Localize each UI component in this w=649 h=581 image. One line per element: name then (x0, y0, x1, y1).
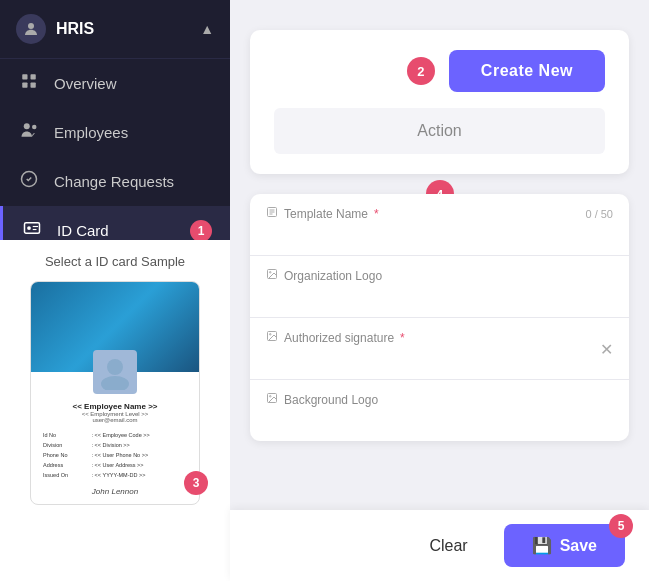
app-title: HRIS (56, 20, 94, 38)
template-name-icon (266, 206, 278, 221)
svg-point-20 (270, 272, 272, 274)
svg-point-6 (32, 125, 37, 130)
bg-logo-label: Background Logo (266, 392, 613, 407)
change-requests-icon (18, 170, 40, 193)
badge-3: 3 (184, 471, 208, 495)
id-card-sample-wrapper[interactable]: << Employee Name >> << Employment Level … (30, 281, 200, 505)
form-card-wrapper: 4 Template Name * 0 / 50 (230, 194, 649, 441)
template-name-counter: 0 / 50 (585, 208, 613, 220)
org-logo-input[interactable] (266, 289, 613, 304)
top-card: 2 Create New Action (250, 30, 629, 174)
sidebar-item-overview-label: Overview (54, 75, 117, 92)
table-row: Issued On: << YYYY-MM-DD >> (41, 471, 189, 479)
svg-rect-3 (22, 83, 27, 88)
id-card-top-banner (31, 282, 199, 372)
action-label: Action (417, 122, 461, 139)
table-row: Phone No: << User Phone No >> (41, 451, 189, 459)
id-card-sample: << Employee Name >> << Employment Level … (30, 281, 200, 505)
sidebar: HRIS ▲ Overview Employees Change Request… (0, 0, 230, 581)
template-name-field: Template Name * 0 / 50 (250, 194, 629, 256)
badge-2: 2 (407, 57, 435, 85)
id-card-avatar (93, 350, 137, 394)
bg-logo-input[interactable] (266, 413, 613, 428)
employees-icon (18, 121, 40, 144)
overview-icon (18, 72, 40, 95)
svg-point-14 (101, 376, 129, 390)
svg-point-9 (27, 226, 31, 230)
select-id-card-label: Select a ID card Sample (16, 254, 214, 269)
id-card-icon (21, 219, 43, 242)
bg-logo-field: Background Logo (250, 380, 629, 441)
svg-rect-8 (25, 223, 40, 234)
org-logo-icon (266, 268, 278, 283)
svg-rect-2 (31, 74, 36, 79)
save-icon: 💾 (532, 536, 552, 555)
chevron-up-icon: ▲ (200, 21, 214, 37)
id-card-badge: 1 (190, 220, 212, 242)
save-button[interactable]: 💾 Save (504, 524, 625, 567)
sidebar-item-overview[interactable]: Overview (0, 59, 230, 108)
auth-signature-label: Authorized signature * (266, 330, 613, 345)
hris-avatar (16, 14, 46, 44)
svg-rect-1 (22, 74, 27, 79)
svg-point-13 (107, 359, 123, 375)
svg-point-5 (24, 123, 30, 129)
table-row: Division: << Division >> (41, 441, 189, 449)
save-label: Save (560, 537, 597, 555)
id-card-panel: Select a ID card Sample << Employee Name… (0, 240, 230, 581)
create-new-row: 2 Create New (274, 50, 605, 92)
table-row: Address: << User Address >> (41, 461, 189, 469)
form-card: Template Name * 0 / 50 Organization Logo (250, 194, 629, 441)
svg-point-24 (270, 396, 272, 398)
id-card-employee-name: << Employee Name >> (39, 402, 191, 411)
sidebar-item-id-card-label: ID Card (57, 222, 109, 239)
badge-5: 5 (609, 514, 633, 538)
org-logo-label: Organization Logo (266, 268, 613, 283)
main-content: 2 Create New Action 4 Template Name * 0 … (230, 0, 649, 581)
bg-logo-icon (266, 392, 278, 407)
sidebar-item-employees[interactable]: Employees (0, 108, 230, 157)
sidebar-item-change-requests[interactable]: Change Requests (0, 157, 230, 206)
sidebar-item-change-requests-label: Change Requests (54, 173, 174, 190)
auth-signature-field: Authorized signature * ✕ (250, 318, 629, 380)
table-row: Id No: << Employee Code >> (41, 431, 189, 439)
org-logo-field: Organization Logo (250, 256, 629, 318)
sidebar-header: HRIS ▲ (0, 0, 230, 59)
svg-point-22 (270, 334, 272, 336)
template-name-input[interactable] (266, 227, 613, 242)
id-card-email: user@email.com (39, 417, 191, 423)
svg-point-0 (28, 23, 34, 29)
bottom-action-bar: Clear 5 💾 Save (230, 510, 649, 581)
save-button-wrapper: 5 💾 Save (504, 524, 625, 567)
id-card-signature: John Lennon (39, 487, 191, 496)
action-row: Action (274, 108, 605, 154)
svg-rect-4 (31, 83, 36, 88)
sidebar-item-employees-label: Employees (54, 124, 128, 141)
template-name-label: Template Name * (266, 206, 613, 221)
id-card-table: Id No: << Employee Code >> Division: << … (39, 429, 191, 481)
auth-signature-clear-icon[interactable]: ✕ (600, 339, 613, 358)
auth-signature-input[interactable] (266, 351, 561, 366)
clear-button[interactable]: Clear (409, 527, 487, 565)
auth-signature-icon (266, 330, 278, 345)
create-new-button[interactable]: Create New (449, 50, 605, 92)
